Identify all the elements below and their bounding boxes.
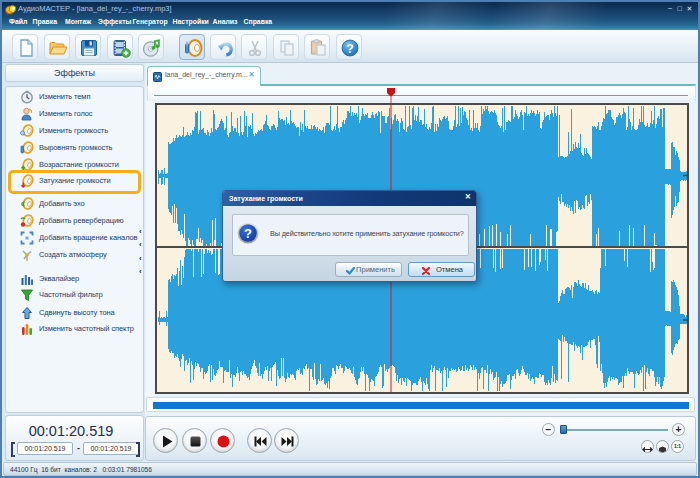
svg-text:?: ?	[244, 225, 252, 240]
svg-text:?: ?	[346, 42, 353, 56]
